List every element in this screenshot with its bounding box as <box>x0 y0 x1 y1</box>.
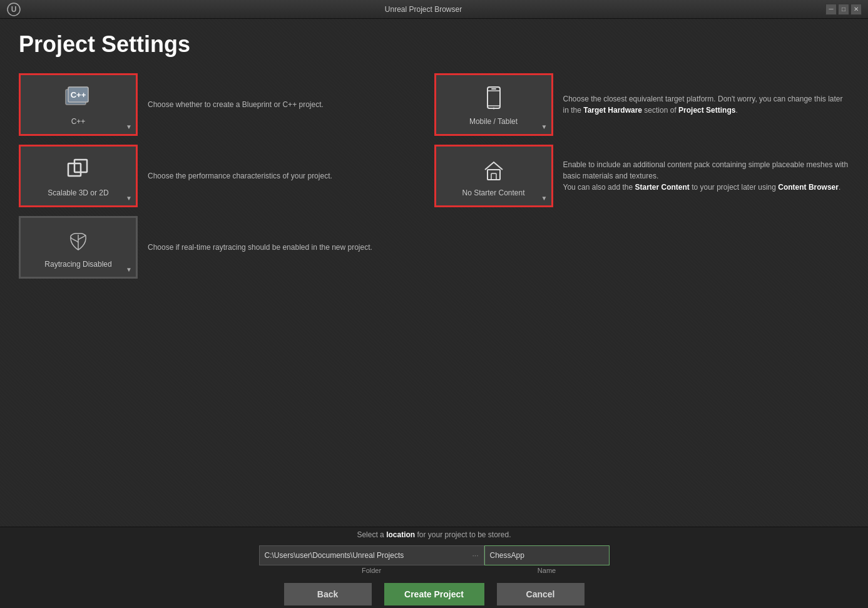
settings-right: Mobile / Tablet ▼ Choose the closest equ… <box>434 70 850 514</box>
folder-input-wrap: C:\Users\user\Documents\Unreal Projects … <box>259 545 484 574</box>
name-input-wrap: ChessApp Name <box>484 545 610 574</box>
content-tile[interactable]: No Starter Content ▼ <box>434 145 553 207</box>
content-icon <box>479 155 509 185</box>
minimize-button[interactable]: ─ <box>825 4 837 15</box>
location-bold: location <box>386 530 415 539</box>
platform-label: Mobile / Tablet <box>469 117 518 126</box>
maximize-button[interactable]: □ <box>838 4 849 15</box>
scalable-icon <box>63 155 93 185</box>
quality-desc: Choose the performance characteristics o… <box>148 170 434 182</box>
quality-dropdown-icon: ▼ <box>126 195 132 202</box>
project-type-row: C++ C++ ▼ Choose whether to create a Blu… <box>19 70 434 139</box>
titlebar-title: Unreal Project Browser <box>21 5 825 14</box>
folder-field[interactable]: C:\Users\user\Documents\Unreal Projects … <box>259 545 484 565</box>
platform-tile[interactable]: Mobile / Tablet ▼ <box>434 73 553 136</box>
project-type-dropdown-icon: ▼ <box>126 123 132 130</box>
quality-label: Scalable 3D or 2D <box>48 188 108 197</box>
project-type-desc: Choose whether to create a Blueprint or … <box>148 99 434 110</box>
main-content: Project Settings C++ C++ ▼ Choose <box>0 19 868 527</box>
close-button[interactable]: ✕ <box>850 4 862 15</box>
settings-grid: C++ C++ ▼ Choose whether to create a Blu… <box>19 70 849 514</box>
cpp-icon: C++ <box>63 83 93 113</box>
content-desc: Enable to include an additional content … <box>563 159 850 193</box>
mobile-icon <box>479 83 509 113</box>
svg-rect-12 <box>488 170 500 180</box>
folder-path-text: C:\Users\user\Documents\Unreal Projects <box>265 551 469 560</box>
footer-buttons: Back Create Project Cancel <box>284 583 585 605</box>
page-title: Project Settings <box>19 31 849 58</box>
svg-point-10 <box>493 108 494 110</box>
footer-inputs: C:\Users\user\Documents\Unreal Projects … <box>259 545 610 574</box>
create-project-button[interactable]: Create Project <box>384 583 484 605</box>
raytracing-label: Raytracing Disabled <box>44 260 111 269</box>
svg-text:C++: C++ <box>71 90 86 100</box>
footer-location-text: Select a location for your project to be… <box>357 530 511 539</box>
platform-row: Mobile / Tablet ▼ Choose the closest equ… <box>434 70 850 139</box>
svg-rect-13 <box>491 173 496 180</box>
quality-row: Scalable 3D or 2D ▼ Choose the performan… <box>19 142 434 210</box>
name-label: Name <box>538 567 556 574</box>
svg-rect-11 <box>491 88 496 90</box>
raytracing-row: Raytracing Disabled ▼ Choose if real-tim… <box>19 213 434 282</box>
raytracing-dropdown-icon: ▼ <box>126 266 132 273</box>
project-name-field[interactable]: ChessApp <box>484 545 610 565</box>
back-button[interactable]: Back <box>284 583 372 605</box>
project-name-text: ChessApp <box>490 551 524 560</box>
project-type-label: C++ <box>71 117 86 126</box>
titlebar-logo: U <box>6 2 21 17</box>
platform-dropdown-icon: ▼ <box>541 123 548 130</box>
content-label: No Starter Content <box>462 188 524 197</box>
svg-text:U: U <box>11 5 17 14</box>
titlebar: U Unreal Project Browser ─ □ ✕ <box>0 0 868 19</box>
cancel-button[interactable]: Cancel <box>497 583 585 605</box>
project-type-tile[interactable]: C++ C++ ▼ <box>19 73 138 136</box>
raytracing-desc: Choose if real-time raytracing should be… <box>148 242 434 253</box>
quality-tile[interactable]: Scalable 3D or 2D ▼ <box>19 145 138 207</box>
folder-ellipsis-btn[interactable]: ··· <box>472 551 478 560</box>
raytracing-icon <box>63 226 93 256</box>
svg-rect-7 <box>488 87 500 108</box>
settings-left: C++ C++ ▼ Choose whether to create a Blu… <box>19 70 434 514</box>
folder-label: Folder <box>362 567 381 574</box>
footer: Select a location for your project to be… <box>0 527 868 608</box>
titlebar-controls: ─ □ ✕ <box>825 4 862 15</box>
platform-desc: Choose the closest equivalent target pla… <box>563 93 850 116</box>
content-dropdown-icon: ▼ <box>541 195 548 202</box>
content-row: No Starter Content ▼ Enable to include a… <box>434 142 850 210</box>
raytracing-tile[interactable]: Raytracing Disabled ▼ <box>19 216 138 279</box>
